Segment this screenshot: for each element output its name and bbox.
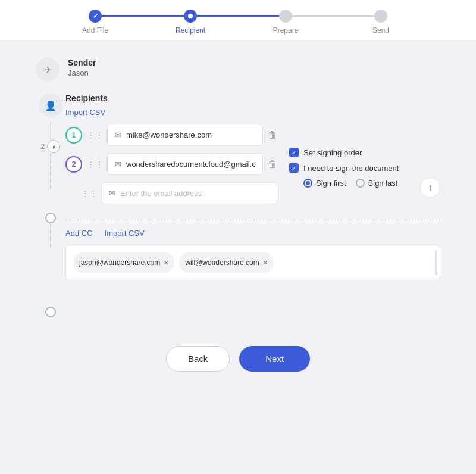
- import-csv-link-top[interactable]: Import CSV: [65, 108, 105, 117]
- delete-icon-1[interactable]: 🗑: [268, 130, 277, 141]
- cc-tag-1: jason@wondershare.com ×: [73, 252, 174, 273]
- cc-remove-2[interactable]: ×: [263, 258, 268, 267]
- import-csv-link-cc[interactable]: Import CSV: [105, 229, 145, 238]
- empty-row-circle: [45, 213, 56, 223]
- cc-circle: [45, 307, 56, 317]
- step-label-recipient: Recipient: [176, 26, 205, 35]
- email-input-2[interactable]: [126, 160, 255, 169]
- cc-email-1: jason@wondershare.com: [79, 258, 160, 267]
- set-order-label: Set signing order: [303, 148, 362, 157]
- side-numbers: 2 ∧: [41, 122, 61, 317]
- recipients-icon: 👤: [39, 93, 62, 117]
- delete-icon-2[interactable]: 🗑: [268, 159, 277, 170]
- progress-header: Add File Recipient Prepare Send: [0, 0, 476, 41]
- sign-first-option[interactable]: Sign first: [303, 179, 346, 188]
- sign-first-radio[interactable]: [303, 179, 312, 188]
- side-number-label: 2: [41, 142, 45, 151]
- recipient-number-1: 1: [65, 127, 82, 144]
- add-cc-link[interactable]: Add CC: [65, 229, 93, 238]
- main-content: ✈ Sender Jason 👤 2 ∧: [0, 41, 476, 334]
- sign-last-label: Sign last: [368, 179, 398, 188]
- step-circle-recipient: [184, 10, 197, 23]
- cc-remove-1[interactable]: ×: [164, 258, 168, 267]
- cc-scrollbar: [435, 250, 437, 275]
- drag-handle-empty[interactable]: ⋮⋮: [81, 189, 98, 198]
- sign-last-option[interactable]: Sign last: [356, 179, 398, 188]
- sender-section: ✈ Sender Jason: [36, 58, 440, 82]
- recipient-row-2: 2 ⋮⋮ ✉ 🗑: [65, 153, 277, 175]
- side-number-row: 2 ∧: [41, 140, 61, 153]
- step-label-prepare: Prepare: [273, 26, 299, 35]
- recipients-main: Recipients Import CSV 1 ⋮⋮ ✉ 🗑: [65, 93, 440, 280]
- step-add-file[interactable]: Add File: [48, 10, 143, 35]
- step-circle-prepare: [279, 10, 292, 23]
- connector-line-1: [50, 122, 51, 140]
- set-signing-order[interactable]: Set signing order: [289, 148, 414, 157]
- collapse-btn[interactable]: ∧: [47, 140, 60, 153]
- email-icon-2: ✉: [115, 160, 121, 169]
- collapse-icon: ∧: [52, 144, 56, 150]
- recipients-header: Recipients: [65, 93, 440, 103]
- connector-line-2: [50, 153, 51, 189]
- section-divider: [65, 220, 440, 220]
- sender-icon: ✈: [36, 58, 60, 82]
- recipient-row-empty: ⋮⋮ ✉: [65, 182, 277, 204]
- empty-spacer: [65, 188, 76, 199]
- signing-panel: Set signing order I need to sign the doc…: [289, 124, 414, 188]
- sign-timing-group: Sign first Sign last: [289, 179, 414, 188]
- email-input-wrap-2: ✉: [107, 153, 263, 175]
- email-input-empty[interactable]: [120, 189, 270, 198]
- sender-content: Sender Jason: [68, 58, 440, 77]
- cc-email-2: will@wondershare.com: [185, 258, 259, 267]
- left-sidebar: 👤 2 ∧: [36, 93, 65, 317]
- step-circle-add-file: [89, 10, 102, 23]
- cc-box[interactable]: jason@wondershare.com × will@wondershare…: [65, 245, 440, 280]
- back-button[interactable]: Back: [166, 346, 230, 372]
- recipient-rows-area: 1 ⋮⋮ ✉ 🗑 2 ⋮⋮ ✉: [65, 124, 277, 211]
- need-to-sign-checkbox[interactable]: [289, 163, 299, 173]
- connector-line-3: [50, 223, 51, 247]
- step-prepare[interactable]: Prepare: [238, 10, 333, 35]
- set-order-checkbox[interactable]: [289, 148, 299, 157]
- need-to-sign[interactable]: I need to sign the document: [289, 163, 414, 173]
- drag-handle-1[interactable]: ⋮⋮: [87, 130, 104, 140]
- need-to-sign-label: I need to sign the document: [303, 164, 399, 173]
- sign-last-radio[interactable]: [356, 179, 365, 188]
- step-label-add-file: Add File: [82, 26, 108, 35]
- upload-button[interactable]: ↑: [420, 177, 440, 198]
- sender-name: Jason: [68, 68, 440, 77]
- recipient-row-1: 1 ⋮⋮ ✉ 🗑: [65, 124, 277, 146]
- drag-handle-2[interactable]: ⋮⋮: [87, 160, 104, 169]
- recipients-wrapper: 👤 2 ∧ Recipients Import: [36, 93, 440, 317]
- step-send[interactable]: Send: [333, 10, 428, 35]
- step-label-send: Send: [372, 26, 389, 35]
- sender-title: Sender: [68, 58, 440, 67]
- email-input-wrap-empty: ✉: [101, 182, 277, 204]
- step-recipient[interactable]: Recipient: [143, 10, 238, 35]
- recipients-with-panel: 1 ⋮⋮ ✉ 🗑 2 ⋮⋮ ✉: [65, 124, 440, 211]
- recipients-title: Recipients: [65, 93, 108, 103]
- step-circle-send: [374, 10, 387, 23]
- email-input-wrap-1: ✉: [107, 124, 263, 146]
- email-input-1[interactable]: [126, 130, 255, 139]
- cc-tag-2: will@wondershare.com ×: [179, 252, 273, 273]
- recipient-number-2: 2: [65, 156, 82, 173]
- footer-buttons: Back Next: [0, 334, 476, 389]
- email-icon-empty: ✉: [109, 189, 115, 198]
- cc-links: Add CC Import CSV: [65, 229, 440, 238]
- sign-first-label: Sign first: [316, 179, 346, 188]
- email-icon-1: ✉: [115, 130, 121, 139]
- next-button[interactable]: Next: [239, 346, 310, 372]
